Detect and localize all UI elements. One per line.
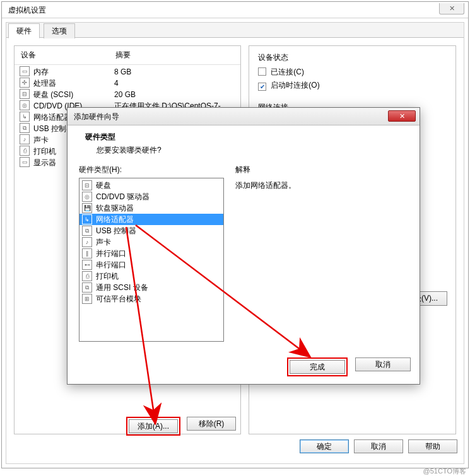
explain-label: 解释 [235,165,408,175]
remove-button-label: 移除(R) [199,419,225,428]
device-icon: ▭ [20,157,30,167]
window-title: 虚拟机设置 [8,6,46,15]
hardware-type-item[interactable]: ⧉通用 SCSI 设备 [79,282,223,293]
tab-hardware-label: 硬件 [16,26,32,35]
hardware-type-item[interactable]: ⧉USB 控制器 [79,225,223,236]
device-icon: ⎙ [20,146,30,156]
help-button-label: 帮助 [425,442,440,451]
checkbox-start-label: 启动时连接(O) [271,81,319,90]
wizard-cancel-button-label: 取消 [375,360,391,369]
hardware-type-item-label: 可信平台模块 [96,294,141,305]
hardware-type-item-label: 通用 SCSI 设备 [96,282,148,293]
device-summary: 20 GB [114,89,235,100]
titlebar: 虚拟机设置 ✕ [2,2,468,18]
hardware-type-icon: ↳ [82,214,92,224]
ok-button[interactable]: 确定 [300,439,349,453]
hardware-type-icon: ⊞ [82,294,92,304]
device-name: 处理器 [33,78,114,89]
hardware-explain: 解释 添加网络适配器。 [235,165,408,354]
watermark: @51CTO博客 [423,467,466,476]
wizard-split: 硬件类型(H): ⊟硬盘◎CD/DVD 驱动器💾软盘驱动器↳网络适配器⧉USB … [68,165,420,354]
device-name: 内存 [33,66,114,78]
device-summary: 4 [114,78,235,89]
checkbox-connected-label: 已连接(C) [271,67,304,76]
hardware-type-item[interactable]: ⊞可信平台模块 [79,293,223,305]
finish-button[interactable]: 完成 [290,360,345,374]
finish-button-highlight: 完成 [287,357,348,376]
device-icon: ✣ [20,78,30,88]
remove-button[interactable]: 移除(R) [187,417,236,431]
hardware-type-icon: ⧉ [82,282,92,293]
checkbox-start[interactable]: ✔ [258,83,266,91]
device-icon: ♪ [20,134,30,144]
wizard-cancel-button[interactable]: 取消 [355,357,411,371]
device-row[interactable]: ✣处理器4 [15,78,240,89]
col-device: 设备 [21,50,115,61]
hardware-type-item[interactable]: ⊷串行端口 [79,259,223,270]
wizard-titlebar: 添加硬件向导 ✕ [68,108,420,125]
hardware-type-item-label: 硬盘 [96,180,111,191]
device-row[interactable]: ⊟硬盘 (SCSI)20 GB [15,89,240,100]
hardware-type-label: 硬件类型(H): [79,165,224,175]
hardware-type-item-label: USB 控制器 [96,226,136,236]
device-header: 设备 摘要 [15,46,240,65]
hardware-type-item[interactable]: ⎙打印机 [79,270,223,282]
window-close-button[interactable]: ✕ [439,3,464,15]
hardware-type-item[interactable]: ◎CD/DVD 驱动器 [79,191,223,202]
hardware-type-item-label: 打印机 [96,271,119,282]
hardware-type-item-label: 并行端口 [96,248,126,259]
close-icon: ✕ [449,4,455,12]
dialog-buttons: 确定 取消 帮助 [6,439,464,461]
hardware-type-item-label: 串行端口 [96,260,126,270]
checkbox-connected-row[interactable]: 已连接(C) [258,67,447,78]
tab-options-label: 选项 [52,26,67,35]
hardware-type-icon: 💾 [82,203,92,213]
add-button-highlight: 添加(A)... [126,417,180,436]
hardware-type-item-label: 网络适配器 [96,214,134,225]
tab-options[interactable]: 选项 [44,23,75,38]
wizard-head-sub: 您要安装哪类硬件? [85,145,402,156]
tab-hardware[interactable]: 硬件 [8,23,40,38]
device-name: 硬盘 (SCSI) [33,89,114,100]
device-icon: ▭ [20,66,30,76]
hardware-type-item[interactable]: 💾软盘驱动器 [79,202,223,214]
add-remove-bar: 添加(A)... 移除(R) [126,417,236,436]
explain-text: 添加网络适配器。 [235,180,408,191]
device-icon: ◎ [20,100,30,110]
wizard-close-button[interactable]: ✕ [388,110,416,122]
close-icon: ✕ [399,112,405,120]
hardware-type-left: 硬件类型(H): ⊟硬盘◎CD/DVD 驱动器💾软盘驱动器↳网络适配器⧉USB … [79,165,224,354]
cancel-button-label: 取消 [371,442,386,451]
hardware-type-item-label: 声卡 [96,237,111,248]
device-row[interactable]: ▭内存8 GB [15,66,240,78]
hardware-type-icon: ⧉ [82,226,92,236]
hardware-type-icon: ◎ [82,192,92,202]
device-icon: ⧉ [20,123,30,133]
hardware-type-item[interactable]: ↳网络适配器 [79,214,223,225]
col-summary: 摘要 [115,50,131,61]
wizard-header: 硬件类型 您要安装哪类硬件? [68,125,420,165]
hardware-type-icon: ∥ [82,248,92,258]
help-button[interactable]: 帮助 [408,439,457,453]
wizard-title: 添加硬件向导 [74,112,119,121]
finish-button-label: 完成 [310,363,325,371]
hardware-type-icon: ⊟ [82,180,92,190]
hardware-type-icon: ♪ [82,237,92,247]
device-icon: ↳ [20,112,30,122]
checkbox-start-row[interactable]: ✔ 启动时连接(O) [258,80,447,91]
checkbox-connected[interactable] [258,67,266,76]
add-button[interactable]: 添加(A)... [129,419,178,433]
hardware-type-icon: ⊷ [82,260,92,270]
hardware-type-item[interactable]: ⊟硬盘 [79,180,223,191]
hardware-type-item[interactable]: ∥并行端口 [79,248,223,259]
status-group-title: 设备状态 [258,52,447,63]
hardware-type-item-label: CD/DVD 驱动器 [96,192,150,202]
cancel-button[interactable]: 取消 [354,439,403,453]
device-summary: 8 GB [114,66,235,78]
device-icon: ⊟ [20,89,30,99]
hardware-type-item[interactable]: ♪声卡 [79,236,223,248]
hardware-type-listbox[interactable]: ⊟硬盘◎CD/DVD 驱动器💾软盘驱动器↳网络适配器⧉USB 控制器♪声卡∥并行… [79,178,224,342]
wizard-buttons: 完成 取消 [287,357,411,376]
tabstrip: 硬件 选项 [6,23,464,38]
ok-button-label: 确定 [317,442,332,451]
